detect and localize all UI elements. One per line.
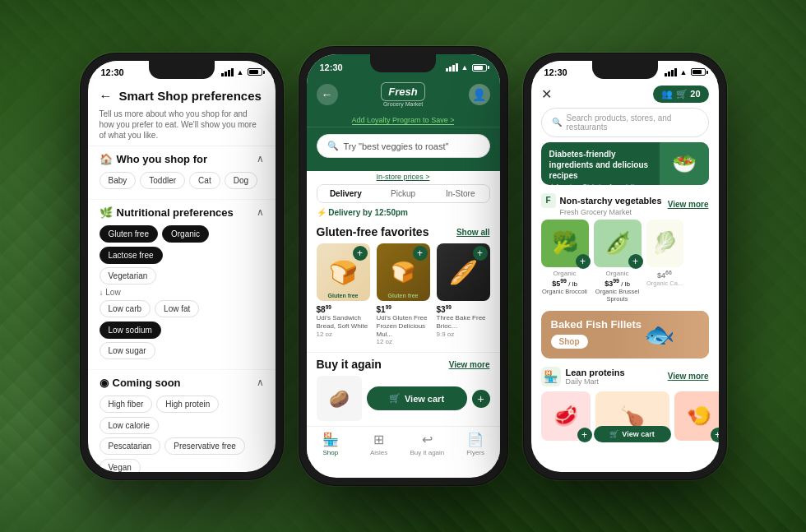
home-icon: 🏠: [100, 153, 113, 165]
product-2-add-button[interactable]: +: [413, 246, 428, 261]
p2-signal-icon: [446, 63, 458, 72]
view-cart-label: View cart: [405, 394, 444, 404]
nav-flyers[interactable]: 📄 Flyers: [452, 432, 500, 456]
chip-pescatarian[interactable]: Pescatarian: [100, 437, 161, 455]
lean-section-left: 🏪 Lean proteins Daily Mart: [541, 367, 625, 386]
show-all-button[interactable]: Show all: [456, 228, 490, 237]
nav-aisles[interactable]: ⊞ Aisles: [354, 432, 403, 456]
fresh-logo-box: Fresh: [381, 82, 424, 101]
chip-low-fat[interactable]: Low fat: [155, 300, 199, 317]
nav-flyers-label: Flyers: [466, 449, 484, 456]
chip-dog[interactable]: Dog: [225, 172, 257, 189]
lean-title: Lean proteins: [566, 368, 625, 377]
chip-high-protein[interactable]: High protein: [156, 396, 219, 413]
who-chevron-icon[interactable]: ∧: [257, 153, 264, 164]
flyers-nav-icon: 📄: [467, 432, 484, 447]
coming-chevron-icon[interactable]: ∧: [257, 377, 264, 388]
baked-fish-title: Baked Fish Fillets: [551, 319, 642, 331]
circle-icon: ◉: [100, 377, 109, 389]
product-1-image: 🍞 + Gluten free: [317, 243, 370, 301]
chip-low-calorie[interactable]: Low calorie: [100, 417, 160, 434]
chip-low-sodium[interactable]: Low sodium: [100, 322, 161, 339]
back-arrow-icon[interactable]: ←: [100, 89, 113, 104]
product-2-price: $199: [377, 304, 430, 314]
product-cauliflower: 🥬 $466 Organic Ca...: [646, 220, 683, 303]
nav-buy-again-label: Buy it again: [410, 449, 444, 456]
chip-low-carb[interactable]: Low carb: [100, 300, 151, 317]
low-chips-row-2: Low sugar: [100, 342, 264, 359]
chip-vegan[interactable]: Vegan: [100, 459, 141, 472]
lean-product-2: 🍗 🛒 View cart: [595, 391, 669, 443]
baked-fish-shop-button[interactable]: Shop: [551, 335, 588, 349]
p3-wifi-icon: ▲: [680, 68, 688, 76]
veggies-section-header: F Non-starchy vegetables Fresh Grocery M…: [531, 190, 719, 220]
chip-low-sugar[interactable]: Low sugar: [100, 342, 155, 359]
veggies-view-more[interactable]: View more: [668, 200, 709, 209]
cauliflower-image: 🥬: [646, 220, 683, 267]
battery-icon: [248, 68, 262, 76]
product-3-name: Three Bake Free Brioc...: [437, 314, 490, 330]
product-3-add-button[interactable]: +: [473, 246, 488, 261]
view-more-button[interactable]: View more: [449, 360, 490, 369]
bottom-nav: 🏪 Shop ⊞ Aisles ↩ Buy it again 📄 Flyers: [307, 426, 500, 460]
nav-shop-label: Shop: [323, 449, 339, 456]
lean-view-cart-button[interactable]: 🛒 View cart: [594, 426, 671, 442]
chip-lactose-free[interactable]: Lactose free: [100, 247, 163, 264]
chip-vegetarian[interactable]: Vegetarian: [100, 267, 157, 285]
nutrition-chevron-icon[interactable]: ∧: [257, 206, 264, 218]
phone-1-title-row: ← Smart Shop preferences: [100, 89, 264, 104]
p2-products-row: 🍞 + Gluten free $899 Udi's Sandwich Brea…: [307, 243, 500, 352]
chip-baby[interactable]: Baby: [100, 172, 137, 189]
lean-1-add-button[interactable]: +: [577, 428, 592, 442]
buy-again-header: Buy it again View more: [317, 358, 490, 371]
nutrition-section: 🌿 Nutritional preferences ∧ Gluten free …: [88, 200, 276, 370]
p3-signal-icon: [665, 68, 677, 76]
chip-high-fiber[interactable]: High fiber: [100, 396, 153, 413]
broccoli-add-button[interactable]: +: [576, 254, 591, 269]
nav-buy-again[interactable]: ↩ Buy it again: [403, 432, 452, 456]
nav-shop[interactable]: 🏪 Shop: [307, 432, 355, 456]
coming-section-header: ◉ Coming soon ∧: [100, 377, 264, 389]
p3-search-bar[interactable]: 🔍 Search products, stores, and restauran…: [541, 108, 709, 137]
cart-icon-lean: 🛒: [609, 430, 618, 438]
buy-again-add-button[interactable]: +: [472, 390, 490, 408]
wifi-icon: ▲: [237, 68, 244, 76]
close-icon[interactable]: ✕: [541, 86, 552, 102]
tab-in-store[interactable]: In-Store: [432, 185, 489, 202]
broccoli-name: Organic Broccoli: [541, 288, 589, 295]
lean-section-header: 🏪 Lean proteins Daily Mart View more: [541, 367, 709, 386]
lean-3-add-button[interactable]: +: [711, 428, 719, 442]
lean-view-more[interactable]: View more: [668, 372, 709, 381]
nutrition-selected-chips: Gluten free Organic Lactose free: [100, 225, 264, 264]
shop-cart-badge[interactable]: 👥 🛒 20: [653, 86, 708, 103]
tab-delivery[interactable]: Delivery: [317, 185, 375, 202]
product-2-weight: 12 oz: [377, 338, 430, 345]
lean-products-row: 🥩 + 🍗 🛒 View cart: [541, 391, 709, 443]
chip-toddler[interactable]: Toddler: [140, 172, 185, 189]
brussel-add-button[interactable]: +: [628, 254, 643, 269]
chip-organic[interactable]: Organic: [162, 225, 209, 243]
phone-1: 12:30 ▲ ← Sm: [80, 53, 284, 480]
banner-logo-row: ⚠ American Diabetes Association: [549, 183, 651, 185]
tab-pickup[interactable]: Pickup: [374, 185, 432, 202]
in-store-prices[interactable]: In-store prices >: [307, 173, 500, 181]
product-1-add-button[interactable]: +: [353, 246, 368, 261]
broccoli-price: $599 / lb: [541, 278, 589, 288]
p2-avatar[interactable]: 👤: [469, 84, 490, 105]
loyalty-text[interactable]: Add Loyalty Program to Save >: [307, 113, 500, 127]
chip-preservative-free[interactable]: Preservative free: [164, 437, 245, 455]
phone-2-time: 12:30: [320, 62, 343, 72]
baked-fish-banner[interactable]: Baked Fish Fillets Shop 🐟: [541, 311, 709, 359]
view-cart-button[interactable]: 🛒 View cart: [367, 386, 467, 410]
diabetes-banner[interactable]: Diabetes-friendly ingredients and delici…: [541, 142, 709, 185]
chip-cat[interactable]: Cat: [189, 172, 220, 189]
chip-gluten-free[interactable]: Gluten free: [100, 225, 158, 243]
p2-search-bar[interactable]: 🔍 Try "best veggies to roast": [317, 134, 490, 158]
nutrition-outline-chips: Vegetarian: [100, 267, 264, 285]
gluten-section-title: Gluten-free favorites: [317, 225, 429, 238]
product-1-name: Udi's Sandwich Bread, Soft White: [317, 314, 370, 330]
p2-back-button[interactable]: ←: [317, 84, 338, 105]
p2-search-icon: 🔍: [327, 141, 339, 151]
lean-proteins-section: 🏪 Lean proteins Daily Mart View more 🥩 +: [531, 363, 719, 446]
product-three-bakers: 🥖 + $399 Three Bake Free Brioc... 9.9 oz: [437, 243, 490, 345]
